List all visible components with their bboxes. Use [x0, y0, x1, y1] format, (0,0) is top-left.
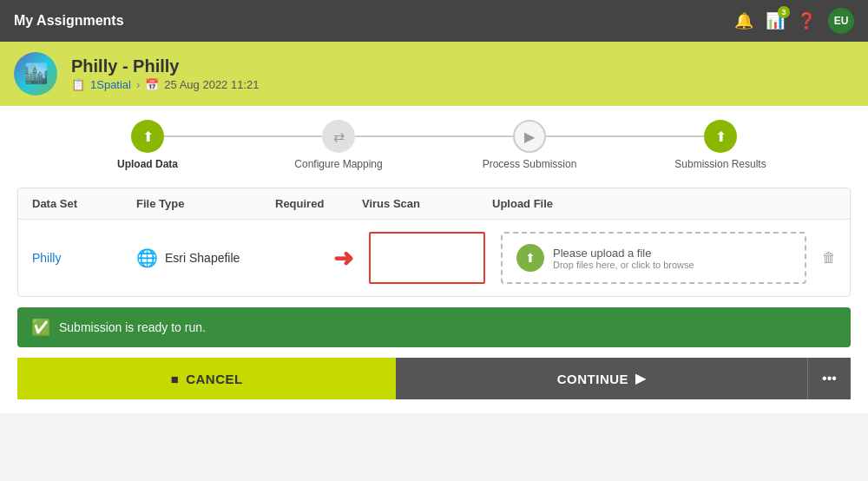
step-4-label: Submission Results	[674, 158, 766, 170]
required-cell: ➜	[275, 244, 362, 273]
project-date: 25 Aug 2022 11:21	[164, 78, 259, 91]
calendar-icon: 📋	[71, 78, 85, 91]
project-banner: 🏙️ Philly - Philly 📋 1Spatial › 📅 25 Aug…	[0, 42, 868, 106]
step-process-submission: ▶ Process Submission	[434, 120, 625, 170]
chart-icon[interactable]: 📊 3	[766, 11, 785, 30]
upload-text: Please upload a file Drop files here, or…	[553, 247, 694, 270]
help-icon[interactable]: ❓	[797, 11, 816, 30]
upload-secondary-text: Drop files here, or click to browse	[553, 260, 694, 270]
more-button[interactable]: •••	[807, 358, 851, 399]
calendar-icon2: 📅	[145, 78, 159, 91]
table-header-row: Data Set File Type Required Virus Scan U…	[18, 188, 850, 220]
continue-icon: ▶	[635, 371, 647, 386]
step-submission-results: ⬆ Submission Results	[625, 120, 816, 170]
globe-icon: 🌐	[136, 247, 158, 268]
step-configure-mapping: ⇄ Configure Mapping	[243, 120, 434, 170]
chevron-icon: ›	[136, 78, 140, 91]
step-2-circle: ⇄	[322, 120, 355, 153]
status-bar: ✅ Submission is ready to run.	[17, 307, 851, 347]
app-header: My Assignments 🔔 📊 3 ❓ EU	[0, 0, 868, 42]
step-3-label: Process Submission	[483, 158, 577, 170]
org-name[interactable]: 1Spatial	[90, 78, 131, 91]
notification-icon[interactable]: 🔔	[734, 11, 753, 30]
dataset-name[interactable]: Philly	[32, 251, 136, 265]
continue-label: CONTINUE	[557, 372, 628, 386]
status-message: Submission is ready to run.	[59, 320, 206, 334]
header-actions: 🔔 📊 3 ❓ EU	[734, 8, 854, 34]
user-avatar[interactable]: EU	[828, 8, 854, 34]
step-4-circle: ⬆	[704, 120, 737, 153]
cancel-button[interactable]: ■ CANCEL	[17, 358, 396, 399]
project-info: Philly - Philly 📋 1Spatial › 📅 25 Aug 20…	[71, 56, 260, 91]
more-icon: •••	[822, 371, 837, 386]
file-type-label: Esri Shapefile	[165, 251, 240, 265]
col-header-filetype: File Type	[136, 197, 275, 210]
steps-container: ⬆ Upload Data ⇄ Configure Mapping ▶ Proc…	[17, 120, 851, 170]
file-type-cell: 🌐 Esri Shapefile	[136, 247, 275, 268]
buttons-row: ■ CANCEL CONTINUE ▶ •••	[17, 358, 851, 399]
arrow-icon: ➜	[333, 244, 353, 273]
step-1-circle: ⬆	[131, 120, 164, 153]
col-header-required: Required	[275, 197, 362, 210]
upload-dropzone[interactable]: ⬆ Please upload a file Drop files here, …	[501, 232, 806, 284]
virus-scan-cell	[362, 232, 492, 284]
col-header-virusscan: Virus Scan	[362, 197, 492, 210]
badge-count: 3	[778, 6, 790, 18]
virus-scan-box	[369, 232, 485, 284]
project-thumbnail: 🏙️	[14, 52, 57, 96]
upload-file-cell[interactable]: ⬆ Please upload a file Drop files here, …	[492, 232, 836, 284]
delete-icon[interactable]: 🗑	[822, 250, 836, 266]
page-content: ⬆ Upload Data ⇄ Configure Mapping ▶ Proc…	[0, 106, 868, 413]
step-upload-data: ⬆ Upload Data	[52, 120, 243, 170]
col-header-uploadfile: Upload File	[492, 197, 836, 210]
data-table: Data Set File Type Required Virus Scan U…	[17, 188, 851, 297]
cancel-label: CANCEL	[186, 372, 243, 386]
step-2-label: Configure Mapping	[294, 158, 382, 170]
project-name: Philly - Philly	[71, 56, 260, 76]
status-check-icon: ✅	[31, 318, 50, 337]
upload-primary-text: Please upload a file	[553, 247, 694, 260]
project-meta: 📋 1Spatial › 📅 25 Aug 2022 11:21	[71, 78, 260, 91]
table-row: Philly 🌐 Esri Shapefile ➜ ⬆ Please upl	[18, 220, 850, 296]
step-1-label: Upload Data	[117, 158, 178, 170]
cancel-icon: ■	[171, 372, 180, 386]
step-3-circle: ▶	[513, 120, 546, 153]
upload-icon: ⬆	[516, 244, 544, 272]
continue-button[interactable]: CONTINUE ▶	[396, 358, 807, 399]
col-header-dataset: Data Set	[32, 197, 136, 210]
continue-group: CONTINUE ▶ •••	[396, 358, 851, 399]
app-title: My Assignments	[14, 13, 124, 29]
